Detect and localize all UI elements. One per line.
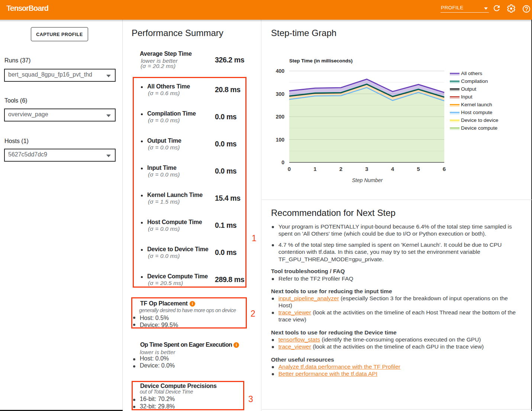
svg-text:5: 5 (417, 166, 420, 172)
svg-text:6: 6 (443, 166, 446, 172)
svg-text:100: 100 (276, 137, 285, 143)
svg-text:0: 0 (288, 166, 291, 172)
svg-text:Device compute: Device compute (461, 125, 497, 131)
svg-text:4: 4 (391, 166, 394, 172)
svg-text:Step Number: Step Number (352, 177, 383, 183)
svg-text:Device to device: Device to device (461, 117, 498, 123)
svg-text:Host compute: Host compute (461, 110, 492, 115)
svg-text:0: 0 (281, 159, 284, 165)
svg-text:All others: All others (461, 71, 482, 76)
svg-text:Output: Output (461, 86, 476, 92)
svg-text:1: 1 (313, 166, 316, 172)
svg-text:300: 300 (276, 91, 285, 97)
svg-text:Step Time (in milliseconds): Step Time (in milliseconds) (289, 58, 353, 64)
svg-text:Kernel launch: Kernel launch (461, 102, 492, 107)
svg-text:3: 3 (365, 166, 368, 172)
svg-text:Compilation: Compilation (461, 78, 488, 84)
svg-text:2: 2 (339, 166, 342, 172)
svg-text:400: 400 (276, 68, 285, 74)
svg-text:Input: Input (461, 94, 473, 100)
svg-text:200: 200 (276, 114, 285, 120)
